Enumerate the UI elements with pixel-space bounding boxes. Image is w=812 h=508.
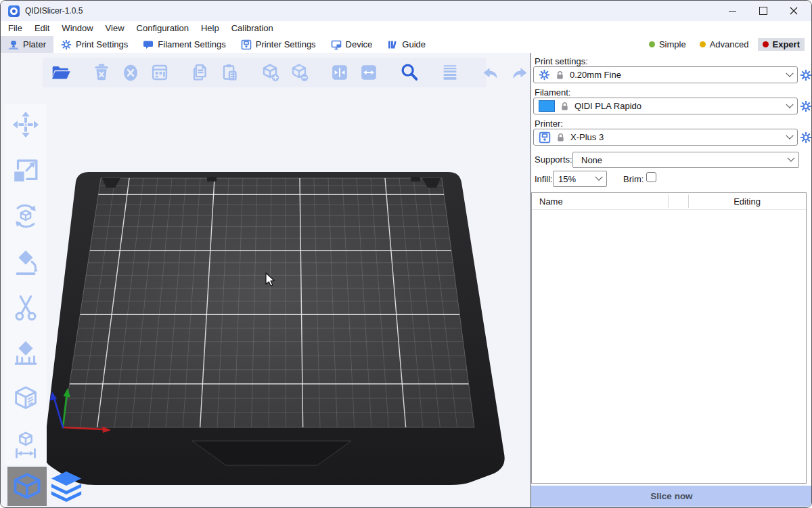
split-to-objects-icon[interactable]	[328, 61, 351, 84]
gear-icon	[800, 131, 812, 144]
slice-now-label: Slice now	[650, 491, 692, 501]
print-settings-icon	[61, 39, 72, 50]
tab-label: Print Settings	[76, 39, 128, 49]
brim-checkbox[interactable]	[646, 172, 656, 182]
open-icon[interactable]	[49, 61, 72, 84]
tab-filament-settings[interactable]: Filament Settings	[135, 36, 233, 53]
mode-advanced[interactable]: Advanced	[695, 38, 754, 51]
window-title: QIDISlicer-1.0.5	[25, 6, 83, 16]
tab-label: Printer Settings	[256, 39, 316, 49]
3d-editor-view-icon	[12, 471, 42, 501]
measure-tool-icon[interactable]	[10, 429, 41, 460]
delete-icon[interactable]	[90, 61, 113, 84]
tab-print-settings[interactable]: Print Settings	[53, 36, 135, 53]
filament-value: QIDI PLA Rapido	[574, 101, 641, 111]
supports-value: None	[578, 155, 602, 165]
printer-label: Printer:	[535, 119, 563, 129]
column-header-editing: Editing	[688, 196, 806, 207]
add-instance-icon[interactable]	[258, 61, 281, 84]
lock-icon	[555, 70, 565, 81]
printer-combo[interactable]: X-Plus 3	[533, 129, 798, 146]
delete-all-icon[interactable]	[119, 61, 142, 84]
print-bed-canvas[interactable]	[1, 53, 531, 508]
lock-icon	[556, 132, 566, 143]
filament-label: Filament:	[535, 87, 570, 98]
infill-label: Infill:	[535, 174, 553, 184]
split-to-parts-icon[interactable]	[357, 61, 380, 84]
menu-file[interactable]: File	[2, 21, 28, 36]
menu-help[interactable]: Help	[195, 21, 225, 36]
redo-icon[interactable]	[508, 61, 531, 84]
printer-settings-icon	[241, 39, 252, 50]
mode-label: Advanced	[710, 39, 749, 49]
title-bar: QIDISlicer-1.0.5	[1, 1, 811, 21]
plater-icon	[8, 39, 19, 50]
edit-print-settings-button[interactable]	[799, 68, 812, 81]
menu-configuration[interactable]: Configuration	[131, 21, 195, 36]
print-settings-combo[interactable]: 0.20mm Fine	[533, 66, 798, 83]
remove-instance-icon[interactable]	[288, 61, 311, 84]
gear-icon	[800, 69, 812, 81]
slice-now-button[interactable]: Slice now	[531, 486, 812, 507]
menu-view[interactable]: View	[99, 21, 131, 36]
device-icon	[331, 39, 342, 50]
menu-edit[interactable]: Edit	[28, 21, 55, 36]
mode-expert[interactable]: Expert	[758, 38, 805, 51]
minimize-icon	[729, 11, 736, 12]
tab-label: Device	[346, 39, 373, 49]
gear-icon	[539, 69, 550, 81]
variable-layer-height-icon[interactable]	[438, 61, 461, 84]
tab-guide[interactable]: Guide	[380, 36, 433, 53]
guide-icon	[387, 39, 398, 50]
rotate-tool-icon[interactable]	[10, 200, 41, 232]
mode-simple[interactable]: Simple	[644, 38, 691, 51]
seam-painting-tool-icon[interactable]	[10, 383, 41, 415]
search-icon[interactable]	[398, 61, 421, 84]
tab-printer-settings[interactable]: Printer Settings	[233, 36, 323, 53]
copy-icon[interactable]	[189, 61, 212, 84]
paint-on-supports-tool-icon[interactable]	[10, 337, 41, 368]
close-button[interactable]	[778, 1, 809, 21]
cut-tool-icon[interactable]	[10, 292, 41, 323]
settings-panel: Print settings: 0.20mm Fine Filament:	[531, 53, 812, 508]
move-tool-icon[interactable]	[10, 109, 41, 140]
simple-mode-dot-icon	[649, 41, 655, 47]
object-list-header: Name Editing	[532, 193, 806, 210]
advanced-mode-dot-icon	[700, 41, 706, 47]
tab-device[interactable]: Device	[323, 36, 380, 53]
menu-calibration[interactable]: Calibration	[225, 21, 279, 36]
preview-view-button[interactable]	[47, 467, 86, 506]
filament-combo[interactable]: QIDI PLA Rapido	[533, 98, 798, 114]
lock-icon	[560, 101, 570, 112]
brim-label: Brim:	[623, 174, 644, 184]
chevron-down-icon	[786, 131, 793, 139]
printer-icon	[539, 131, 551, 144]
gizmo-toolbar	[5, 104, 47, 465]
scale-tool-icon[interactable]	[10, 154, 41, 186]
column-separator	[668, 194, 669, 208]
menu-window[interactable]: Window	[55, 21, 99, 36]
maximize-button[interactable]	[748, 1, 778, 21]
undo-icon[interactable]	[479, 61, 502, 84]
3d-editor-view-button[interactable]	[7, 467, 47, 506]
object-list[interactable]: Name Editing	[531, 192, 807, 484]
edit-printer-button[interactable]	[799, 131, 812, 144]
maximize-icon	[759, 7, 767, 15]
mode-switcher: Simple Advanced Expert	[644, 36, 805, 53]
arrange-icon[interactable]	[148, 61, 171, 84]
main-toolbar	[43, 58, 487, 87]
app-window: QIDISlicer-1.0.5 File Edit Window View C…	[0, 0, 812, 508]
infill-combo[interactable]: 15%	[553, 171, 607, 187]
edit-filament-button[interactable]	[799, 100, 812, 112]
menu-bar: File Edit Window View Configuration Help…	[1, 21, 812, 36]
3d-viewport[interactable]	[1, 53, 531, 508]
minimize-button[interactable]	[717, 1, 748, 21]
printer-value: X-Plus 3	[570, 132, 604, 142]
tab-plater[interactable]: Plater	[1, 36, 53, 53]
tab-bar: Plater Print Settings Filament Settings …	[1, 36, 811, 54]
place-on-face-tool-icon[interactable]	[10, 246, 41, 277]
print-settings-label: Print settings:	[535, 56, 588, 66]
infill-value: 15%	[558, 174, 576, 184]
paste-icon[interactable]	[218, 61, 241, 84]
supports-combo[interactable]: None	[572, 152, 799, 168]
